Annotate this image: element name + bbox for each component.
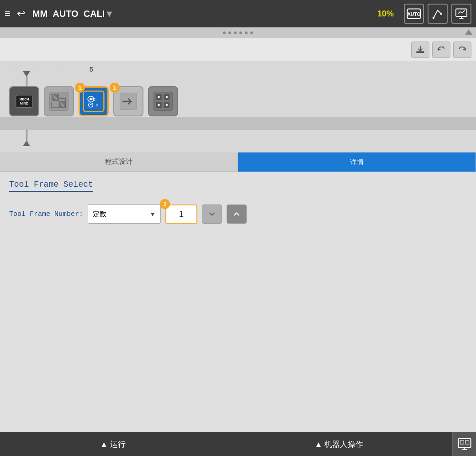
bottom-icon-box[interactable] — [452, 432, 476, 456]
arm-icon — [431, 7, 444, 21]
svg-rect-30 — [460, 440, 464, 444]
content-area: Tool Frame Select Tool Frame Number: 定数 … — [0, 172, 476, 432]
node-badge-1: 1 — [75, 83, 85, 93]
header-bar: ≡ ↩ MM_AUTO_CALI▼ 10% AUTO — [0, 0, 476, 27]
menu-icon[interactable]: ≡ — [5, 8, 11, 20]
svg-point-25 — [158, 104, 160, 106]
bottom-screen-icon — [457, 437, 472, 451]
redo-button[interactable] — [453, 42, 471, 58]
svg-text:MIND: MIND — [20, 102, 28, 105]
timeline-triangle-bottom — [23, 141, 30, 146]
screen-icon — [455, 7, 468, 21]
increase-button[interactable] — [227, 204, 247, 224]
header-title: MM_AUTO_CALI▼ — [32, 9, 373, 19]
form-row: Tool Frame Number: 定数 ▼ 2 — [9, 204, 467, 224]
svg-point-26 — [166, 104, 168, 106]
bottom-robot-section[interactable]: ▲ 机器人操作 — [226, 432, 452, 456]
number-input-box: 2 — [165, 204, 197, 224]
svg-point-3 — [440, 13, 442, 15]
node-label-strip — [0, 117, 476, 130]
ruler-tick: · — [36, 66, 38, 73]
collapse-triangle[interactable] — [465, 29, 472, 35]
svg-text:AUTO: AUTO — [407, 12, 420, 17]
dot — [245, 31, 248, 34]
svg-point-2 — [433, 17, 435, 19]
tab-program-design[interactable]: 程式设计 — [0, 152, 238, 172]
header-icons: AUTO — [404, 4, 471, 24]
ruler-tick-5: 5 — [90, 66, 93, 73]
dot — [234, 31, 237, 34]
svg-rect-31 — [465, 440, 469, 444]
ruler-tick: · — [118, 66, 120, 73]
bottom-robot-label: ▲ 机器人操作 — [315, 439, 364, 450]
number-input[interactable] — [165, 204, 197, 224]
dropdown-tool-frame-number[interactable]: 定数 ▼ — [88, 204, 161, 224]
tabs-row: 程式设计 详情 — [0, 152, 476, 172]
dropdown-arrow-icon: ▼ — [149, 210, 156, 218]
node-arrow-wrapper: 1 — [113, 86, 143, 116]
timeline-triangle-top — [23, 71, 30, 77]
node-gray[interactable] — [44, 86, 74, 116]
node-mech-mind[interactable]: MECH MIND — [9, 86, 39, 116]
upload-button[interactable] — [411, 42, 429, 58]
tab-detail[interactable]: 详情 — [238, 152, 476, 172]
node-dice[interactable] — [148, 86, 178, 116]
svg-rect-14 — [84, 91, 104, 112]
svg-text:MECH: MECH — [20, 98, 29, 101]
form-label: Tool Frame Number: — [9, 210, 83, 218]
timeline-ruler: · · · 5 · — [0, 65, 476, 74]
screen-icon-box[interactable] — [451, 4, 471, 24]
nodes-row: MECH MIND 1 — [9, 86, 178, 116]
node-blue-wrapper: 1 — [79, 86, 109, 116]
dots-bar — [0, 27, 476, 38]
ruler-tick: · — [9, 66, 11, 73]
decrease-button[interactable] — [202, 204, 222, 224]
dot — [239, 31, 242, 34]
ruler-tick: · — [63, 66, 64, 73]
arm-icon-box[interactable] — [428, 4, 448, 24]
section-title: Tool Frame Select — [9, 180, 93, 192]
svg-point-24 — [166, 96, 168, 98]
bottom-run-section[interactable]: ▲ 运行 — [0, 432, 226, 456]
input-badge-2: 2 — [160, 199, 170, 209]
auto-icon: AUTO — [407, 7, 421, 20]
dot — [223, 31, 226, 34]
back-icon[interactable]: ↩ — [17, 8, 25, 20]
node-badge-1b: 1 — [110, 83, 120, 93]
undo-button[interactable] — [432, 42, 450, 58]
svg-point-23 — [158, 96, 160, 98]
toolbar — [0, 38, 476, 61]
bottom-bar: ▲ 运行 ▲ 机器人操作 — [0, 432, 476, 456]
dropdown-value: 定数 — [93, 210, 106, 219]
progress-percent: 10% — [377, 9, 394, 19]
canvas-area: · · · 5 · MECH MIND — [0, 61, 476, 152]
dot — [228, 31, 231, 34]
dot — [250, 31, 253, 34]
bottom-run-label: ▲ 运行 — [100, 439, 126, 450]
auto-icon-box[interactable]: AUTO — [404, 4, 424, 24]
